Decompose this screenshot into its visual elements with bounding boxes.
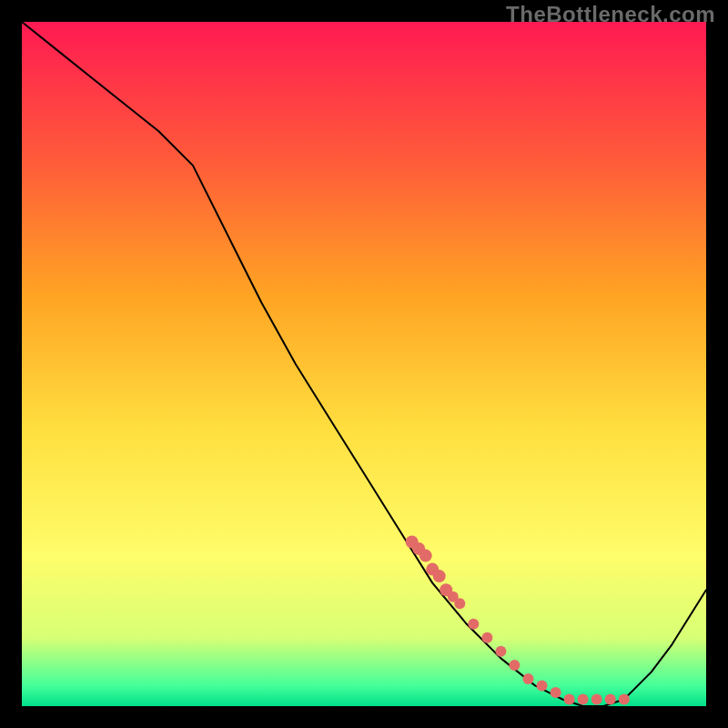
highlight-dot bbox=[454, 598, 465, 609]
highlight-dot bbox=[468, 619, 479, 630]
highlight-dot bbox=[551, 687, 561, 698]
highlight-dot bbox=[592, 694, 602, 705]
chart-svg bbox=[0, 0, 728, 728]
highlight-dot bbox=[605, 694, 616, 705]
highlight-dot bbox=[619, 694, 630, 705]
highlight-dot bbox=[495, 646, 506, 657]
highlight-dot bbox=[509, 660, 520, 671]
highlight-dot bbox=[537, 680, 548, 691]
chart-container: TheBottleneck.com bbox=[0, 0, 728, 728]
highlight-dot bbox=[578, 694, 589, 705]
highlight-dot bbox=[523, 673, 534, 684]
watermark-label: TheBottleneck.com bbox=[506, 2, 715, 27]
highlight-dot bbox=[420, 550, 432, 562]
highlight-dot bbox=[481, 632, 492, 643]
highlight-dot bbox=[564, 694, 575, 705]
plot-background bbox=[22, 22, 706, 706]
highlight-dot bbox=[433, 570, 446, 582]
